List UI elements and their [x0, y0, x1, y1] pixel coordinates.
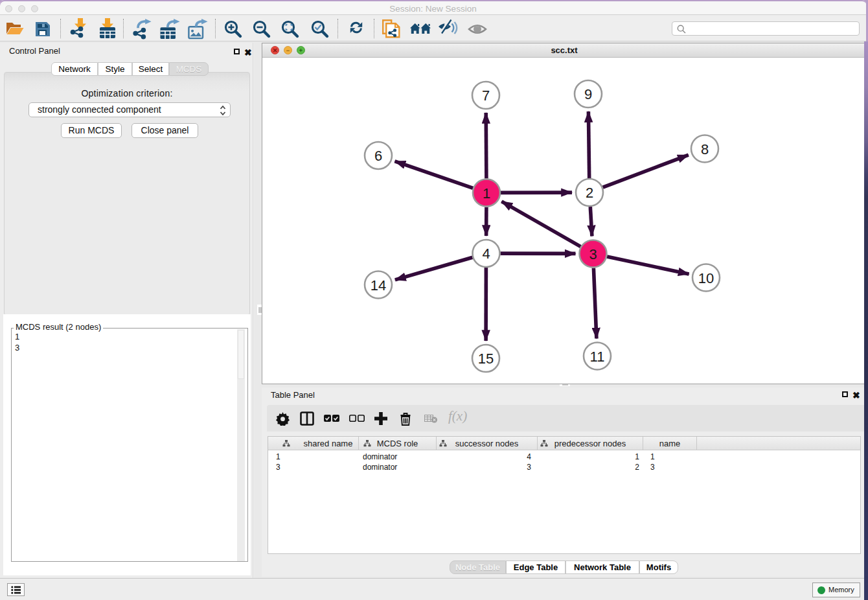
svg-text:2: 2	[586, 185, 593, 201]
svg-text:15: 15	[478, 351, 494, 367]
svg-text:6: 6	[374, 148, 382, 164]
svg-text:10: 10	[698, 270, 714, 286]
svg-text:3: 3	[589, 246, 597, 262]
svg-text:11: 11	[590, 349, 605, 365]
svg-text:9: 9	[584, 86, 592, 102]
svg-text:4: 4	[482, 246, 490, 262]
svg-text:7: 7	[482, 87, 490, 104]
svg-text:1: 1	[483, 185, 490, 202]
svg-text:8: 8	[701, 141, 709, 157]
svg-text:14: 14	[371, 277, 386, 294]
